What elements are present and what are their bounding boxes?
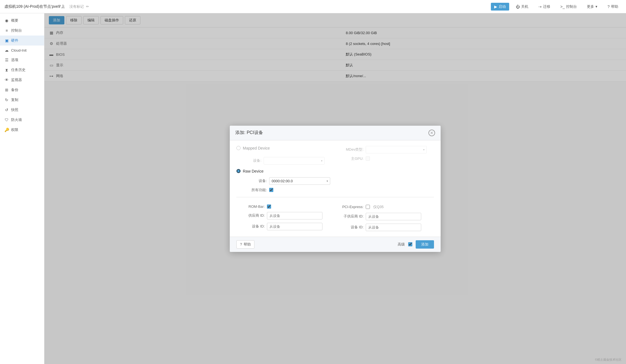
sidebar-item-snapshot[interactable]: ↺ 快照 [0,105,44,115]
dialog-overlay: 添加: PCI设备 ✕ Mapped Device 设备: [44,13,626,364]
device-id-input[interactable] [267,223,322,230]
all-functions-row: 所有功能: [236,188,434,193]
shutdown-button[interactable]: ⏻ 关机 [513,3,532,11]
migrate-icon: ⇢ [538,4,542,9]
divider [236,197,434,197]
sidebar-item-console[interactable]: ≡ 控制台 [0,26,44,36]
help-button[interactable]: ? 帮助 [604,3,622,11]
raw-device-section: Raw Device 设备: 0000:02:00.0 ▾ [236,169,434,193]
footer-right: 高级 添加 [398,240,434,249]
pci-express-checkbox[interactable] [366,205,370,209]
snapshot-icon: ↺ [4,108,9,112]
tag-placeholder: 没有标记 [69,4,84,9]
mdev-type-row: MDev类型: ▾ [339,146,434,153]
mapped-device-select-wrapper: ▾ [264,157,325,165]
start-button[interactable]: ▶ 启动 [491,3,509,11]
all-functions-label: 所有功能: [242,188,267,193]
sidebar-item-monitor[interactable]: 👁 监视器 [0,75,44,85]
bottom-form-section: ROM-Bar: 供应商 ID: 设备 ID: [236,202,434,231]
hardware-icon: ▣ [4,38,9,43]
mapped-right: MDev类型: ▾ 主GPU: [335,146,434,165]
primary-gpu-row: 主GPU: [339,156,434,161]
raw-device-row: Raw Device [236,169,434,173]
sub-device-id-row: 设备 ID: [339,224,431,231]
top-bar-actions: ▶ 启动 ⏻ 关机 ⇢ 迁移 >_ 控制台 更多 ▾ ? 帮助 [491,3,622,11]
sub-device-id-input[interactable] [366,224,421,231]
help-dialog-button[interactable]: ? 帮助 [236,240,254,249]
vendor-id-label: 供应商 ID: [240,213,265,218]
raw-device-field-row: 设备: 0000:02:00.0 ▾ [236,177,434,185]
firewall-icon: 🛡 [4,118,9,122]
mdev-type-select[interactable] [366,146,427,153]
all-functions-checkbox[interactable] [269,188,273,192]
device-label-raw: 设备: [242,178,267,183]
pci-express-row: PCI-Express: 仅Q35 [339,204,431,209]
mapped-device-field-row: 设备: ▾ [236,157,332,165]
mapped-device-section: Mapped Device 设备: ▾ [236,146,434,165]
rom-bar-label: ROM-Bar: [240,204,265,209]
device-label-mapped: 设备: [236,158,261,163]
sidebar-item-summary[interactable]: ◉ 概要 [0,16,44,26]
help-icon: ? [607,4,610,9]
console-sidebar-icon: ≡ [4,28,9,33]
form-right-col: PCI-Express: 仅Q35 子供应商 ID: 设备 ID: [335,204,434,231]
dialog-footer: ? 帮助 高级 添加 [230,237,441,252]
advanced-label: 高级 [398,242,405,247]
footer-left: ? 帮助 [236,240,254,249]
content-area: 添加 移除 编辑 磁盘操作 还原 ▦ 内存 8.00 GiB/32.00 GiB… [44,13,626,364]
sidebar: ◉ 概要 ≡ 控制台 ▣ 硬件 ☁ Cloud-Init ☰ 选项 ⧗ 任务历史… [0,13,44,364]
more-button[interactable]: 更多 ▾ [584,3,601,11]
edit-tag-icon[interactable]: ✏ [86,4,89,9]
raw-device-select[interactable]: 0000:02:00.0 [269,177,330,185]
backup-icon: ⊞ [4,88,9,92]
vendor-id-input[interactable] [267,212,322,219]
sidebar-item-hardware[interactable]: ▣ 硬件 [0,36,44,46]
add-dialog-button[interactable]: 添加 [416,240,434,249]
sidebar-item-permissions[interactable]: 🔑 权限 [0,125,44,135]
rom-bar-checkbox[interactable] [267,204,271,209]
form-left-col: ROM-Bar: 供应商 ID: 设备 ID: [236,204,335,231]
only-q35-label: 仅Q35 [373,204,384,209]
dialog-title: 添加: PCI设备 [235,130,263,136]
monitor-icon: 👁 [4,78,9,82]
raw-device-label: Raw Device [243,169,264,173]
mapped-device-select[interactable] [264,157,325,165]
sidebar-item-backup[interactable]: ⊞ 备份 [0,85,44,95]
raw-device-radio[interactable] [236,169,241,173]
device-id-label: 设备 ID: [240,224,265,229]
permissions-icon: 🔑 [4,128,9,132]
mapped-device-row: Mapped Device [236,146,332,150]
sub-vendor-id-row: 子供应商 ID: [339,213,431,220]
mapped-device-label: Mapped Device [243,146,270,150]
sidebar-item-cloudinit[interactable]: ☁ Cloud-Init [0,46,44,55]
primary-gpu-label: 主GPU: [339,156,364,161]
taskhistory-icon: ⧗ [4,68,9,72]
mdev-type-select-wrapper: ▾ [366,146,427,153]
sub-vendor-id-input[interactable] [366,213,421,220]
migrate-button[interactable]: ⇢ 迁移 [535,3,554,11]
primary-gpu-checkbox[interactable] [366,156,370,161]
dialog-body: Mapped Device 设备: ▾ [230,140,441,237]
sidebar-item-taskhistory[interactable]: ⧗ 任务历史 [0,65,44,75]
dialog-close-button[interactable]: ✕ [428,130,435,136]
replication-icon: ↻ [4,98,9,102]
play-icon: ▶ [494,4,497,9]
advanced-checkbox[interactable] [408,242,412,246]
raw-device-select-wrapper: 0000:02:00.0 ▾ [269,177,330,185]
console-button[interactable]: >_ 控制台 [557,3,580,11]
dialog-header: 添加: PCI设备 ✕ [230,126,441,140]
sidebar-item-options[interactable]: ☰ 选项 [0,55,44,65]
mdev-type-label: MDev类型: [339,147,364,152]
help-circle-icon: ? [240,242,242,246]
options-icon: ☰ [4,58,9,62]
rom-bar-row: ROM-Bar: [240,204,332,209]
mapped-device-radio[interactable] [236,146,241,150]
sidebar-item-firewall[interactable]: 🛡 防火墙 [0,115,44,125]
console-icon: >_ [560,4,565,9]
power-icon: ⏻ [516,4,520,9]
summary-icon: ◉ [4,18,9,23]
sidebar-item-replication[interactable]: ↻ 复制 [0,95,44,105]
top-bar: 虚拟机109 (AI-Prod)在节点'pve9'上 没有标记 ✏ ▶ 启动 ⏻… [0,0,626,13]
vm-title: 虚拟机109 (AI-Prod)在节点'pve9'上 [4,4,65,9]
sub-device-id-label: 设备 ID: [339,225,364,230]
